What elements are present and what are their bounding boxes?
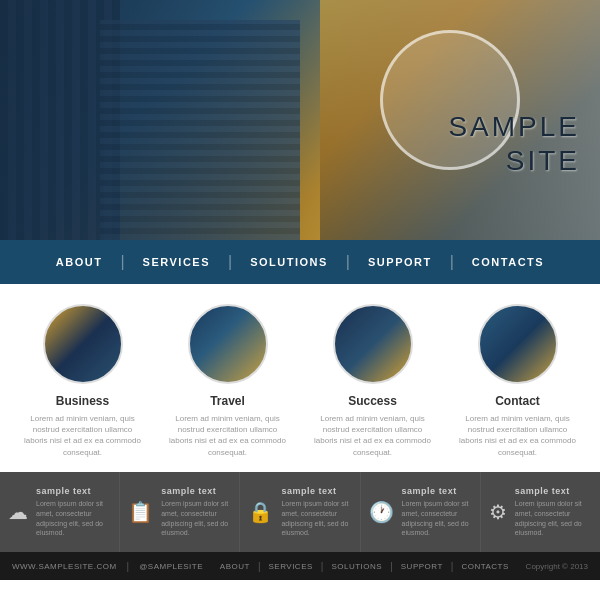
footer-sep-1: | (127, 561, 130, 572)
footer-text-3: Lorem ipsum dolor sit amet, consectetur … (402, 499, 472, 538)
footer-site-url[interactable]: WWW.SAMPLESITE.COM (12, 562, 117, 571)
nav-item-solutions[interactable]: SOLUTIONS (232, 256, 346, 268)
footer-text-1: Lorem ipsum dolor sit amet, consectetur … (161, 499, 231, 538)
feature-title-contact: Contact (495, 394, 540, 408)
feature-success: Success Lorem ad minim veniam, quis nost… (313, 304, 433, 458)
nav-item-about[interactable]: ABOUT (38, 256, 121, 268)
feature-travel: Travel Lorem ad minim veniam, quis nostr… (168, 304, 288, 458)
footer-text-0: Lorem ipsum dolor sit amet, consectetur … (36, 499, 111, 538)
nav-item-support[interactable]: SUPPORT (350, 256, 450, 268)
footer-item-cloud: ☁ sample text Lorem ipsum dolor sit amet… (0, 472, 120, 552)
nav-items-container: ABOUT | SERVICES | SOLUTIONS | SUPPORT |… (38, 253, 562, 271)
feature-circle-success (333, 304, 413, 384)
footer-nav-sep-2: | (321, 561, 324, 572)
footer-top-section: ☁ sample text Lorem ipsum dolor sit amet… (0, 472, 600, 552)
footer-item-document: 📋 sample text Lorem ipsum dolor sit amet… (120, 472, 240, 552)
feature-business: Business Lorem ad minim veniam, quis nos… (23, 304, 143, 458)
footer-label-1: sample text (161, 486, 231, 496)
lock-icon: 🔒 (248, 500, 273, 524)
clock-icon: 🕐 (369, 500, 394, 524)
footer-nav-sep-3: | (390, 561, 393, 572)
footer-nav-support[interactable]: SUPPORT (401, 562, 443, 571)
footer-nav-sep-1: | (258, 561, 261, 572)
footer-item-gear: ⚙ sample text Lorem ipsum dolor sit amet… (481, 472, 600, 552)
hero-section: SAMPLE SITE (0, 0, 600, 240)
feature-circle-business (43, 304, 123, 384)
feature-contact: Contact Lorem ad minim veniam, quis nost… (458, 304, 578, 458)
nav-item-services[interactable]: SERVICES (125, 256, 228, 268)
footer-bottom-section: WWW.SAMPLESITE.COM | @SAMPLESITE ABOUT |… (0, 552, 600, 580)
feature-title-success: Success (348, 394, 397, 408)
gear-icon: ⚙ (489, 500, 507, 524)
feature-text-business: Lorem ad minim veniam, quis nostrud exer… (23, 413, 143, 458)
footer-bottom-nav: ABOUT | SERVICES | SOLUTIONS | SUPPORT |… (220, 561, 509, 572)
footer-nav-about[interactable]: ABOUT (220, 562, 250, 571)
footer-nav-services[interactable]: SERVICES (269, 562, 313, 571)
footer-label-2: sample text (281, 486, 351, 496)
feature-text-success: Lorem ad minim veniam, quis nostrud exer… (313, 413, 433, 458)
footer-copyright: Copyright © 2013 (526, 562, 588, 571)
features-section: Business Lorem ad minim veniam, quis nos… (0, 284, 600, 472)
footer-item-clock: 🕐 sample text Lorem ipsum dolor sit amet… (361, 472, 481, 552)
feature-circle-travel (188, 304, 268, 384)
cloud-icon: ☁ (8, 500, 28, 524)
footer-text-4: Lorem ipsum dolor sit amet, consectetur … (515, 499, 592, 538)
document-icon: 📋 (128, 500, 153, 524)
feature-circle-contact (478, 304, 558, 384)
nav-item-contacts[interactable]: CONTACTS (454, 256, 562, 268)
footer-nav-solutions[interactable]: SOLUTIONS (331, 562, 382, 571)
footer-item-lock: 🔒 sample text Lorem ipsum dolor sit amet… (240, 472, 360, 552)
footer-label-3: sample text (402, 486, 472, 496)
feature-text-travel: Lorem ad minim veniam, quis nostrud exer… (168, 413, 288, 458)
footer-text-2: Lorem ipsum dolor sit amet, consectetur … (281, 499, 351, 538)
footer-nav-contacts[interactable]: CONTACTS (461, 562, 508, 571)
footer-label-4: sample text (515, 486, 592, 496)
feature-title-business: Business (56, 394, 109, 408)
main-nav: ABOUT | SERVICES | SOLUTIONS | SUPPORT |… (0, 240, 600, 284)
footer-nav-sep-4: | (451, 561, 454, 572)
footer-label-0: sample text (36, 486, 111, 496)
hero-title: SAMPLE SITE (448, 110, 580, 177)
feature-title-travel: Travel (210, 394, 245, 408)
feature-text-contact: Lorem ad minim veniam, quis nostrud exer… (458, 413, 578, 458)
footer-social[interactable]: @SAMPLESITE (139, 562, 203, 571)
footer-bottom-left: WWW.SAMPLESITE.COM | @SAMPLESITE (12, 561, 203, 572)
